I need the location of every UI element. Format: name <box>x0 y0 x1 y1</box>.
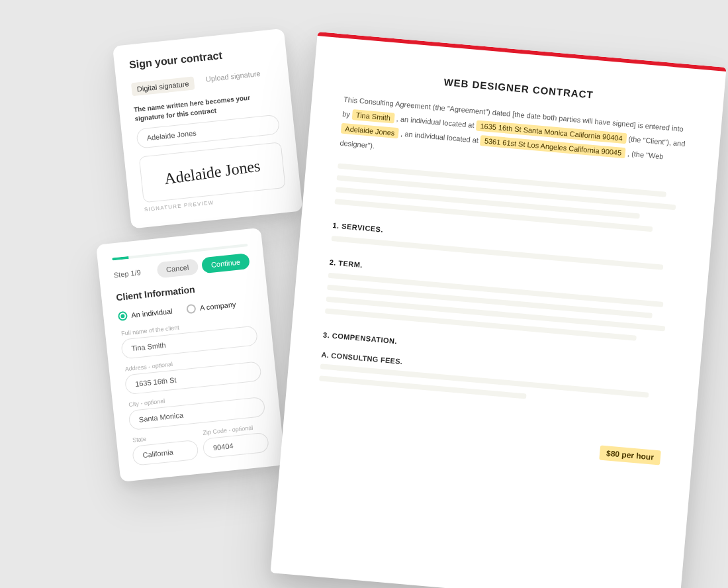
section-title: Client Information <box>116 278 253 303</box>
contract-text: (the "Client"), and <box>628 135 686 148</box>
state-input[interactable]: California <box>132 440 199 466</box>
cancel-button[interactable]: Cancel <box>156 258 199 278</box>
sign-contract-card: Sign your contract Digital signature Upl… <box>113 28 303 229</box>
sign-title: Sign your contract <box>128 44 272 71</box>
hl-designer-name: Adelaide Jones <box>341 123 399 139</box>
rate-box: $80 per hour <box>314 420 661 466</box>
radio-individual[interactable]: An individual <box>118 307 173 322</box>
radio-company[interactable]: A company <box>187 299 236 314</box>
contract-body: This Consulting Agreement (the "Agreemen… <box>340 92 690 180</box>
tab-digital-signature[interactable]: Digital signature <box>131 76 195 96</box>
zip-input[interactable]: 90404 <box>202 432 269 458</box>
hl-client-name: Tina Smith <box>351 109 394 124</box>
contract-document: WEB DESIGNER CONTRACT This Consulting Ag… <box>271 32 727 588</box>
radio-icon <box>187 304 197 314</box>
contract-text: , an individual located at <box>396 115 477 130</box>
client-info-wizard-card: Step 1/9 Cancel Continue Client Informat… <box>96 228 285 482</box>
tab-upload-signature[interactable]: Upload signature <box>205 70 261 89</box>
contract-text: , an individual located at <box>400 130 481 145</box>
radio-label: A company <box>200 300 236 312</box>
continue-button[interactable]: Continue <box>201 253 250 273</box>
signature-preview: Adelaide Jones <box>163 157 261 188</box>
radio-icon <box>118 311 128 321</box>
hl-rate: $80 per hour <box>599 446 661 466</box>
radio-label: An individual <box>131 307 173 319</box>
client-type-radio-group: An individual A company <box>118 298 254 321</box>
signature-tabs: Digital signature Upload signature <box>131 68 275 96</box>
step-label: Step 1/9 <box>113 268 141 279</box>
